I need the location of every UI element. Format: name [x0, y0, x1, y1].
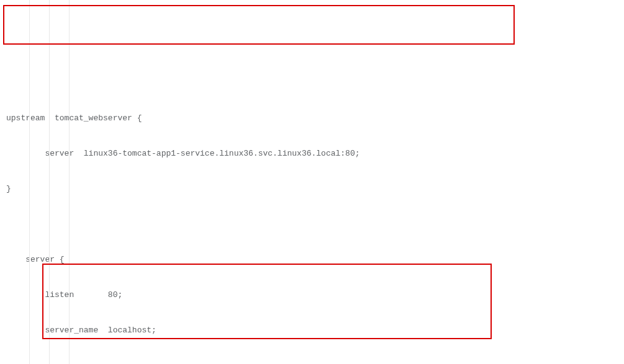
code-line: upstream tomcat_webserver {	[6, 112, 624, 124]
code-line: }	[6, 183, 624, 195]
code-line: server {	[6, 254, 624, 265]
code-line: server linux36-tomcat-app1-service.linux…	[6, 148, 624, 159]
code-line: listen 80;	[6, 289, 624, 301]
highlight-box-upstream	[3, 5, 515, 45]
code-editor: upstream tomcat_webserver { server linux…	[0, 0, 624, 364]
code-line	[6, 218, 624, 230]
code-line	[6, 360, 624, 364]
code-line: server_name localhost;	[6, 324, 624, 336]
